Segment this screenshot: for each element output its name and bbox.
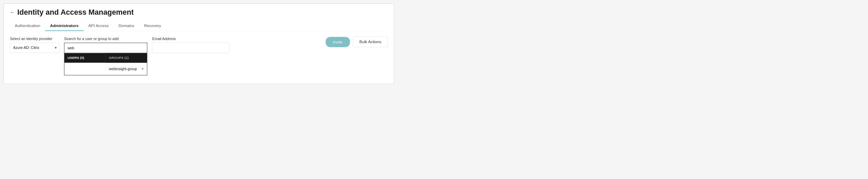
search-dropdown: USERS (0) GROUPS (1) webinsight-group + <box>64 53 147 75</box>
tab-recovery[interactable]: Recovery <box>139 21 166 31</box>
email-group: Email Address <box>152 37 229 53</box>
dropdown-tab-row: USERS (0) GROUPS (1) <box>64 53 147 63</box>
identity-provider-select[interactable]: Azure AD: Citrix <box>10 43 59 53</box>
identity-provider-label: Select an identity provider <box>10 37 59 41</box>
identity-provider-select-wrapper: Azure AD: Citrix ▾ <box>10 43 59 53</box>
bulk-actions-button[interactable]: Bulk Actions <box>353 37 388 47</box>
dropdown-content: webinsight-group + <box>64 63 147 75</box>
page-title: Identity and Access Management <box>17 8 134 17</box>
tab-nav: Authentication Administrators API Access… <box>10 21 387 31</box>
dropdown-users-panel <box>64 63 106 75</box>
app-window: ← Identity and Access Management Authent… <box>3 3 394 84</box>
search-group: Search for a user or group to add USERS … <box>64 37 147 53</box>
group-result-item[interactable]: webinsight-group <box>109 67 137 71</box>
search-input-wrapper: USERS (0) GROUPS (1) webinsight-group + <box>64 43 147 53</box>
back-button[interactable]: ← <box>10 10 15 15</box>
form-row: Select an identity provider Azure AD: Ci… <box>10 37 387 53</box>
dropdown-groups-panel: webinsight-group + <box>106 63 147 75</box>
dropdown-users-tab[interactable]: USERS (0) <box>64 53 105 63</box>
email-label: Email Address <box>152 37 229 41</box>
actions-group: Invite Bulk Actions <box>326 37 387 47</box>
tab-api-access[interactable]: API Access <box>84 21 114 31</box>
invite-button[interactable]: Invite <box>326 37 350 47</box>
identity-provider-group: Select an identity provider Azure AD: Ci… <box>10 37 59 53</box>
tab-administrators[interactable]: Administrators <box>45 21 84 31</box>
page-header: ← Identity and Access Management Authent… <box>4 4 394 31</box>
tab-authentication[interactable]: Authentication <box>10 21 45 31</box>
add-icon[interactable]: + <box>141 66 144 71</box>
search-label: Search for a user or group to add <box>64 37 147 41</box>
email-input[interactable] <box>152 43 229 53</box>
dropdown-groups-tab[interactable]: GROUPS (1) <box>106 53 147 63</box>
search-input[interactable] <box>64 43 147 53</box>
title-row: ← Identity and Access Management <box>10 8 387 17</box>
tab-domains[interactable]: Domains <box>114 21 139 31</box>
main-content: Select an identity provider Azure AD: Ci… <box>4 31 394 84</box>
